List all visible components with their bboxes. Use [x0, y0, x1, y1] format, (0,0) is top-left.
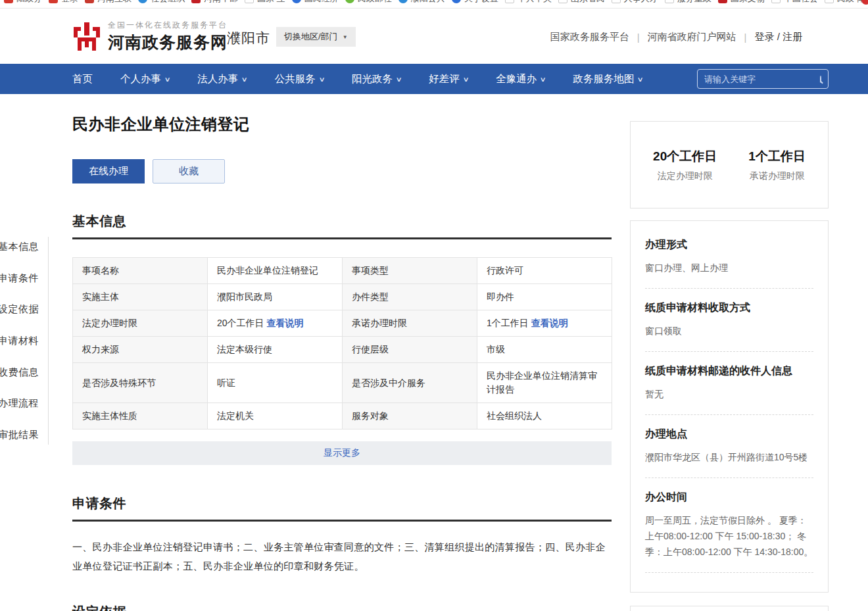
anchor-apply-conditions[interactable]: 申请条件	[0, 263, 39, 295]
nav-label: 政务服务地图	[573, 72, 634, 86]
panel-section-content: 周一至周五，法定节假日除外 。 夏季：上午08:00-12:00 下午 15:0…	[645, 512, 813, 560]
bookmark-item[interactable]: 民政部社	[345, 0, 392, 5]
panel-section: 纸质申请材料邮递的收件人信息 暂无	[645, 364, 813, 402]
table-row: 法定办理时限 20个工作日 查看说明 承诺办理时限 1个工作日 查看说明	[73, 310, 612, 337]
view-explanation-link[interactable]: 查看说明	[531, 318, 568, 328]
divider	[645, 351, 813, 352]
bookmark-label: 濮阳公共	[411, 0, 445, 5]
platform-tagline: 全国一体化在线政务服务平台	[108, 20, 228, 31]
anchor-process[interactable]: 办理流程	[0, 388, 39, 420]
table-row: 是否涉及特殊环节 听证 是否涉及中介服务 民办非企业单位注销清算审计报告	[73, 363, 612, 403]
nav-item-province-wide[interactable]: 全豫通办∨	[496, 72, 545, 86]
grey-page-icon	[245, 0, 254, 3]
anchor-apply-materials[interactable]: 申请材料	[0, 326, 39, 357]
field-label: 是否涉及特殊环节	[73, 363, 208, 403]
national-platform-link[interactable]: 国家政务服务平台	[550, 31, 629, 43]
field-value: 听证	[208, 363, 343, 403]
search-icon[interactable]	[820, 76, 821, 83]
apply-conditions-heading: 申请条件	[72, 495, 612, 522]
bookmark-item[interactable]: 阳政务	[4, 0, 42, 5]
search-input[interactable]	[704, 74, 820, 84]
bookmark-item[interactable]: 关于设置	[452, 0, 498, 5]
blue-drop-icon	[452, 0, 461, 3]
bookmark-item[interactable]: 山东省民	[558, 0, 605, 5]
basic-info-table: 事项名称 民办非企业单位注销登记 事项类型 行政许可 实施主体 濮阳市民政局 办…	[72, 257, 612, 429]
bookmark-label: 中共中央	[518, 0, 552, 5]
favorite-button[interactable]: 收藏	[153, 159, 225, 183]
anchor-setting-basis[interactable]: 设定依据	[0, 294, 39, 326]
table-row: 权力来源 法定本级行使 行使层级 市级	[73, 337, 612, 363]
henan-portal-link[interactable]: 河南省政府门户网站	[648, 31, 736, 43]
bookmark-item[interactable]: 国家 互	[245, 0, 285, 5]
bookmark-item[interactable]: 登录	[49, 0, 78, 5]
field-label: 事项类型	[343, 258, 477, 284]
login-register-link[interactable]: 登录 / 注册	[754, 31, 802, 43]
bookmark-item[interactable]: 服务型政	[665, 0, 711, 5]
nav-item-home[interactable]: 首页	[72, 72, 93, 86]
divider	[48, 237, 49, 445]
page-title: 民办非企业单位注销登记	[72, 114, 612, 135]
anchor-fee-info[interactable]: 收费信息	[0, 356, 39, 388]
view-explanation-link[interactable]: 查看说明	[266, 318, 303, 328]
setting-basis-heading: 设定依据	[72, 603, 612, 611]
online-apply-button[interactable]: 在线办理	[72, 159, 145, 183]
nav-item-personal[interactable]: 个人办事∨	[120, 72, 170, 86]
site-logo[interactable]: 全国一体化在线政务服务平台 河南政务服务网	[71, 20, 228, 53]
bookmark-label: 阳政务	[16, 0, 42, 5]
chevron-down-icon: ∨	[637, 76, 644, 83]
panel-section-title: 纸质申请材料邮递的收件人信息	[645, 364, 813, 378]
nav-item-service-map[interactable]: 政务服务地图∨	[573, 72, 642, 86]
panel-section-title: 办理地点	[645, 428, 813, 441]
red-site-icon	[4, 0, 13, 3]
bookmark-item[interactable]: 社会组织	[138, 0, 185, 5]
bookmark-item[interactable]: 民政 体	[825, 0, 865, 5]
legal-time-value: 20个工作日	[653, 148, 717, 165]
bookmark-item[interactable]: 河南干部	[191, 0, 238, 5]
nav-item-legal-person[interactable]: 法人办事∨	[197, 72, 247, 86]
red-site-icon	[191, 0, 201, 3]
chevron-down-icon: ∨	[318, 76, 325, 83]
nav-item-public-service[interactable]: 公共服务∨	[275, 72, 324, 86]
bookmark-item[interactable]: 中国社会	[771, 0, 818, 5]
bookmark-label: 国家 互	[257, 0, 285, 5]
blue-drop-icon	[292, 0, 301, 3]
right-sidebar: 20个工作日 法定办理时限 1个工作日 承诺办理时限 办理形式 窗口办理、网上办…	[630, 94, 829, 611]
bookmark-item[interactable]: 河南互联	[85, 0, 132, 5]
bookmark-item[interactable]: 国家文物	[718, 0, 765, 5]
bookmark-label: 民政 体	[837, 0, 865, 5]
bookmark-item[interactable]: 濮阳公共	[398, 0, 445, 5]
nav-item-transparent-gov[interactable]: 阳光政务∨	[352, 72, 401, 86]
show-more-button[interactable]: 显示更多	[72, 441, 612, 465]
field-label: 是否涉及中介服务	[343, 363, 477, 403]
bookmark-item[interactable]: 中共中央	[505, 0, 552, 5]
caret-down-icon: ▼	[343, 34, 348, 40]
switch-region-button[interactable]: 切换地区/部门 ▼	[276, 27, 356, 47]
bookmark-item[interactable]: 人事人才	[612, 0, 658, 5]
divider: |	[637, 32, 640, 43]
table-row: 事项名称 民办非企业单位注销登记 事项类型 行政许可	[73, 258, 612, 284]
field-value: 社会组织法人	[477, 403, 612, 429]
anchor-approval-result[interactable]: 审批结果	[0, 420, 39, 451]
blue-globe-icon	[138, 0, 147, 3]
chevron-down-icon: ∨	[540, 76, 546, 83]
divider: |	[744, 32, 747, 43]
bookmark-item[interactable]: 国民经济	[292, 0, 339, 5]
nav-label: 好差评	[429, 72, 460, 86]
service-info-panel: 办理形式 窗口办理、网上办理 纸质申请材料收取方式 窗口领取 纸质申请材料邮递的…	[630, 220, 829, 593]
field-value: 法定本级行使	[208, 337, 343, 363]
bookmark-label: 中国社会	[784, 0, 818, 5]
header-links: 国家政务服务平台 | 河南省政府门户网站 | 登录 / 注册	[550, 31, 802, 43]
red-emblem-icon	[718, 0, 727, 3]
henan-gov-emblem-icon	[71, 21, 103, 53]
green-leaf-icon	[345, 0, 354, 3]
anchor-basic-info[interactable]: 基本信息	[0, 232, 39, 263]
table-row: 实施主体性质 法定机关 服务对象 社会组织法人	[73, 403, 612, 429]
switch-region-label: 切换地区/部门	[284, 31, 338, 43]
bookmark-label: 登录	[61, 0, 78, 5]
bookmark-label: 人事人才	[624, 0, 658, 5]
promised-time-value: 1个工作日	[748, 148, 806, 165]
grey-page-icon	[771, 0, 781, 3]
table-row: 实施主体 濮阳市民政局 办件类型 即办件	[73, 284, 612, 310]
nav-label: 法人办事	[197, 72, 238, 86]
nav-item-rating[interactable]: 好差评∨	[429, 72, 468, 86]
